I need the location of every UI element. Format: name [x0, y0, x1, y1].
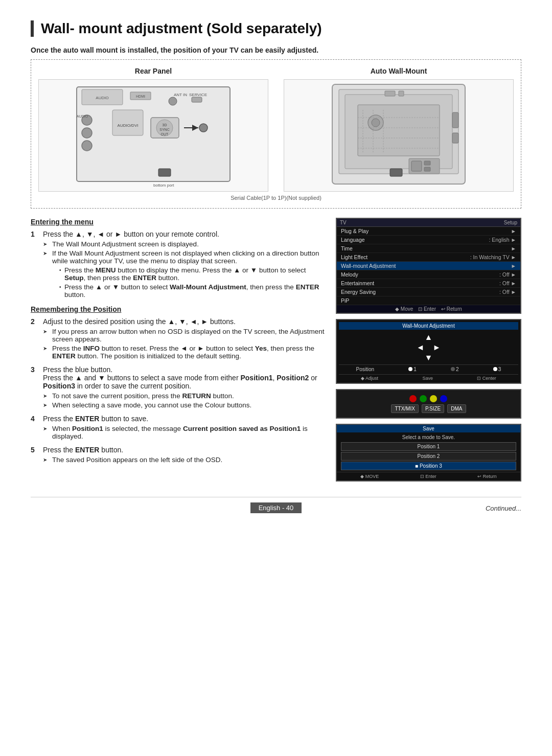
wm-positions: Position 1 2 3 [339, 364, 518, 372]
btn-psize: P.SIZE [422, 404, 444, 413]
wall-mount-title: Auto Wall-Mount [284, 67, 514, 75]
diagram-box: Rear Panel AUDIO HDMI ANT IN [31, 59, 521, 209]
svg-rect-6 [169, 97, 177, 105]
step-3-num: 3 [31, 365, 39, 410]
svg-point-10 [82, 128, 92, 138]
svg-point-21 [199, 124, 208, 132]
step-3-sublist: To not save the current position, press … [43, 392, 328, 409]
wall-mount-adj-screen: Wall-Mount Adjustment ▲ ◄ ► ▼ Position 1… [336, 319, 521, 384]
circle-red [409, 395, 417, 402]
circle-blue [440, 395, 447, 402]
step-2-content: Adjust to the desired position using the… [43, 317, 328, 361]
wm-footer: ◆ Adjust Save ⊡ Center [339, 374, 518, 381]
step-3-text: Press the blue button. [43, 365, 112, 374]
tv-header-left: TV [340, 220, 347, 225]
tv-row-pip: PiP [337, 296, 520, 305]
circle-green [420, 395, 427, 402]
tv-header-right: Setup [504, 220, 517, 225]
page-title: Wall- mount adjustment (Sold separately) [41, 20, 521, 37]
page-container: Wall- mount adjustment (Sold separately)… [31, 20, 521, 513]
tv-row-wallmount: Wall-mount Adjustment ► [337, 262, 520, 270]
title-block: Wall- mount adjustment (Sold separately) [31, 20, 521, 37]
rear-panel-title: Rear Panel [38, 67, 268, 75]
section1-heading: Entering the menu [31, 218, 328, 226]
remote-circles [340, 395, 517, 402]
svg-rect-43 [411, 161, 422, 171]
svg-text:OUT: OUT [161, 132, 169, 136]
subtitle: Once the auto wall mount is installed, t… [31, 46, 521, 54]
btn-dma: DMA [447, 404, 466, 413]
svg-text:AUDIO: AUDIO [96, 96, 108, 100]
step-1-text: Press the ▲, ▼, ◄ or ► button on your re… [43, 230, 219, 238]
btn-ttxmix: TTX/MIX [391, 404, 418, 413]
circle-yellow [430, 395, 437, 402]
remote-mockup: TTX/MIX P.SIZE DMA [336, 389, 521, 419]
sub-2-2: Press the INFO button to reset. Press th… [43, 345, 328, 360]
arrow-left: ◄ [417, 343, 425, 352]
tv-row-light: Light Effect : In Watching TV ► [337, 253, 520, 262]
svg-rect-30 [399, 91, 404, 96]
sub-1-1: The Wall Mount Adjustment screen is disp… [43, 240, 328, 248]
sub-sub-list-1: Press the MENU button to display the men… [52, 266, 328, 299]
rear-panel-diagram: AUDIO HDMI ANT IN SERVICE [38, 79, 268, 192]
svg-text:bottom port: bottom port [153, 183, 174, 188]
step-5: 5 Press the ENTER button. The saved Posi… [31, 446, 328, 465]
step-4-sublist: When Position1 is selected, the message … [43, 425, 328, 440]
svg-text:SYNC: SYNC [159, 128, 169, 131]
step-2-text: Adjust to the desired position using the… [43, 317, 236, 326]
step-3-detail: Press the ▲ and ▼ buttons to select a sa… [43, 374, 317, 390]
save-screen: Save Select a mode to Save. Position 1 P… [336, 424, 521, 482]
save-footer: ◆ MOVE ⊡ Enter ↩ Return [337, 472, 520, 480]
wm-arrows-row: ◄ ► [417, 343, 441, 352]
steps-list-2: 2 Adjust to the desired position using t… [31, 317, 328, 465]
tv-row-language: Language : English ► [337, 236, 520, 244]
step-3-content: Press the blue button. Press the ▲ and ▼… [43, 365, 328, 410]
spacer-right: Continued... [302, 504, 521, 512]
wall-mount-diagram [284, 79, 514, 192]
save-position1: Position 1 [341, 442, 516, 451]
screenshots-column: TV Setup Plug & Play ► Language : Englis… [336, 218, 521, 482]
svg-rect-45 [424, 167, 430, 171]
svg-point-34 [372, 119, 380, 127]
svg-text:AUDIO/DVI: AUDIO/DVI [118, 123, 139, 128]
step-5-sublist: The saved Position appears on the left s… [43, 456, 328, 464]
diagram-inner: Rear Panel AUDIO HDMI ANT IN [38, 67, 514, 192]
step-4-num: 4 [31, 415, 39, 442]
step-2: 2 Adjust to the desired position using t… [31, 317, 328, 361]
svg-rect-32 [452, 133, 458, 143]
steps-list: 1 Press the ▲, ▼, ◄ or ► button on your … [31, 230, 328, 300]
tv-setup-screen: TV Setup Plug & Play ► Language : Englis… [336, 218, 521, 314]
wall-mount-section: Auto Wall-Mount [284, 67, 514, 192]
svg-text:3D: 3D [163, 123, 167, 127]
sub-1-2: If the Wall Mount Adjustment screen is n… [43, 249, 328, 299]
svg-rect-23 [158, 169, 171, 176]
svg-rect-47 [390, 169, 402, 176]
sub-3-2: When selecting a save mode, you cannot u… [43, 401, 328, 409]
rear-panel-section: Rear Panel AUDIO HDMI ANT IN [38, 67, 268, 192]
step-2-sublist: If you press an arrow button when no OSD… [43, 328, 328, 360]
step-5-text: Press the ENTER button. [43, 446, 123, 454]
tv-row-plug: Plug & Play ► [337, 227, 520, 236]
step-2-num: 2 [31, 317, 39, 361]
page-footer: English - 40 Continued... [31, 497, 521, 513]
svg-text:SERVICE: SERVICE [189, 93, 207, 97]
sub-3-1: To not save the current position, press … [43, 392, 328, 400]
svg-text:ANT IN: ANT IN [174, 93, 187, 97]
step-3: 3 Press the blue button. Press the ▲ and… [31, 365, 328, 410]
tv-row-time: Time ► [337, 244, 520, 253]
svg-text:AUDIO: AUDIO [77, 114, 88, 118]
sub-4-1: When Position1 is selected, the message … [43, 425, 328, 440]
wall-mount-svg [330, 82, 468, 189]
tv-row-melody: Melody : Off ► [337, 270, 520, 279]
svg-text:HDMI: HDMI [136, 95, 145, 98]
bullet-1-2: Press the ▲ or ▼ button to select Wall-M… [59, 283, 328, 299]
tv-row-entertainment: Entertainment : Off ► [337, 279, 520, 288]
arrow-right: ► [432, 343, 441, 352]
section2-heading: Remembering the Position [31, 305, 328, 313]
svg-point-11 [82, 141, 92, 151]
arrow-down: ▼ [425, 353, 433, 362]
step-1-num: 1 [31, 230, 39, 300]
step-1-sublist: The Wall Mount Adjustment screen is disp… [43, 240, 328, 299]
svg-rect-13 [112, 110, 143, 135]
wm-arrows: ▲ ◄ ► ▼ [339, 333, 518, 362]
